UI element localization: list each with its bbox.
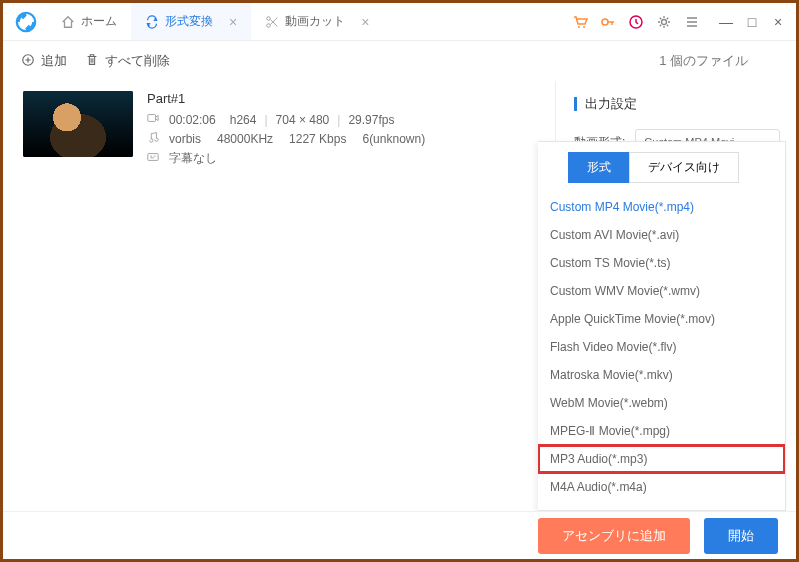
subtitle: 字幕なし (169, 150, 217, 167)
menu-icon[interactable] (684, 14, 700, 30)
file-item[interactable]: Part#1 00:02:06 h264 | 704 × 480 | 29.97… (19, 81, 539, 181)
home-icon (61, 15, 75, 29)
format-dropdown: 形式 デバイス向け Custom MP4 Movie(*.mp4) Custom… (538, 141, 786, 511)
svg-rect-10 (148, 154, 158, 161)
convert-icon (145, 15, 159, 29)
key-icon[interactable] (600, 14, 616, 30)
dropdown-tab-device[interactable]: デバイス向け (629, 152, 739, 183)
resolution: 704 × 480 (276, 113, 330, 127)
file-info: Part#1 00:02:06 h264 | 704 × 480 | 29.97… (147, 91, 535, 171)
svg-rect-9 (148, 115, 156, 122)
scissors-icon (265, 15, 279, 29)
acodec: vorbis (169, 132, 201, 146)
trash-icon (85, 53, 99, 70)
output-section-title: 出力設定 (574, 95, 780, 113)
tab-convert-label: 形式変換 (165, 13, 213, 30)
file-list: Part#1 00:02:06 h264 | 704 × 480 | 29.97… (3, 81, 556, 511)
fps: 29.97fps (348, 113, 394, 127)
subtitle-icon (147, 151, 161, 166)
settings-icon[interactable] (656, 14, 672, 30)
svg-point-3 (578, 26, 580, 28)
format-option[interactable]: Custom TS Movie(*.ts) (538, 249, 785, 277)
duration: 00:02:06 (169, 113, 216, 127)
output-settings: 出力設定 動画形式: Custom MP4 Movi... ⌵ 形式 デバイス向… (556, 81, 796, 511)
file-count: 1 個のファイル (659, 52, 748, 70)
svg-point-7 (662, 19, 667, 24)
minimize-button[interactable]: — (718, 14, 734, 30)
close-icon[interactable]: × (361, 14, 369, 30)
delete-all-button[interactable]: すべて削除 (85, 52, 170, 70)
svg-point-2 (267, 23, 271, 27)
format-option[interactable]: Custom MP4 Movie(*.mp4) (538, 193, 785, 221)
svg-point-4 (583, 26, 585, 28)
vcodec: h264 (230, 113, 257, 127)
history-icon[interactable] (628, 14, 644, 30)
start-button[interactable]: 開始 (704, 518, 778, 554)
bitrate: 1227 Kbps (289, 132, 346, 146)
format-list: Custom MP4 Movie(*.mp4) Custom AVI Movie… (538, 183, 785, 507)
format-option[interactable]: Custom AVI Movie(*.avi) (538, 221, 785, 249)
close-icon[interactable]: × (229, 14, 237, 30)
main: Part#1 00:02:06 h264 | 704 × 480 | 29.97… (3, 81, 796, 511)
plus-icon (21, 53, 35, 70)
add-button[interactable]: 追加 (21, 52, 67, 70)
file-title: Part#1 (147, 91, 535, 106)
format-option[interactable]: Custom WMV Movie(*.wmv) (538, 277, 785, 305)
format-option-mp3[interactable]: MP3 Audio(*.mp3) (538, 445, 785, 473)
titlebar-actions: — □ × (572, 14, 796, 30)
close-button[interactable]: × (770, 14, 786, 30)
tab-home[interactable]: ホーム (47, 3, 131, 40)
cart-icon[interactable] (572, 14, 588, 30)
video-icon (147, 112, 161, 127)
channels: 6(unknown) (362, 132, 425, 146)
audio-icon (147, 131, 161, 146)
format-option[interactable]: M4A Audio(*.m4a) (538, 473, 785, 501)
maximize-button[interactable]: □ (744, 14, 760, 30)
delete-all-label: すべて削除 (105, 52, 170, 70)
window-controls: — □ × (718, 14, 786, 30)
svg-point-1 (267, 16, 271, 20)
thumbnail (23, 91, 133, 157)
tab-home-label: ホーム (81, 13, 117, 30)
titlebar: ホーム 形式変換 × 動画カット × — □ × (3, 3, 796, 41)
tab-convert[interactable]: 形式変換 × (131, 3, 251, 40)
sample-rate: 48000KHz (217, 132, 273, 146)
tab-bar: ホーム 形式変換 × 動画カット × (47, 3, 383, 40)
format-option[interactable]: Flash Video Movie(*.flv) (538, 333, 785, 361)
svg-point-5 (602, 19, 608, 25)
format-option[interactable]: Apple QuickTime Movie(*.mov) (538, 305, 785, 333)
toolbar: 追加 すべて削除 1 個のファイル (3, 41, 796, 81)
add-label: 追加 (41, 52, 67, 70)
tab-cut[interactable]: 動画カット × (251, 3, 383, 40)
footer: アセンブリに追加 開始 (3, 511, 796, 559)
dropdown-tab-format[interactable]: 形式 (568, 152, 629, 183)
format-option[interactable]: WebM Movie(*.webm) (538, 389, 785, 417)
app-logo (13, 9, 39, 35)
add-to-assembly-button[interactable]: アセンブリに追加 (538, 518, 690, 554)
format-option[interactable]: MPEG-Ⅱ Movie(*.mpg) (538, 417, 785, 445)
tab-cut-label: 動画カット (285, 13, 345, 30)
format-option[interactable]: Matroska Movie(*.mkv) (538, 361, 785, 389)
